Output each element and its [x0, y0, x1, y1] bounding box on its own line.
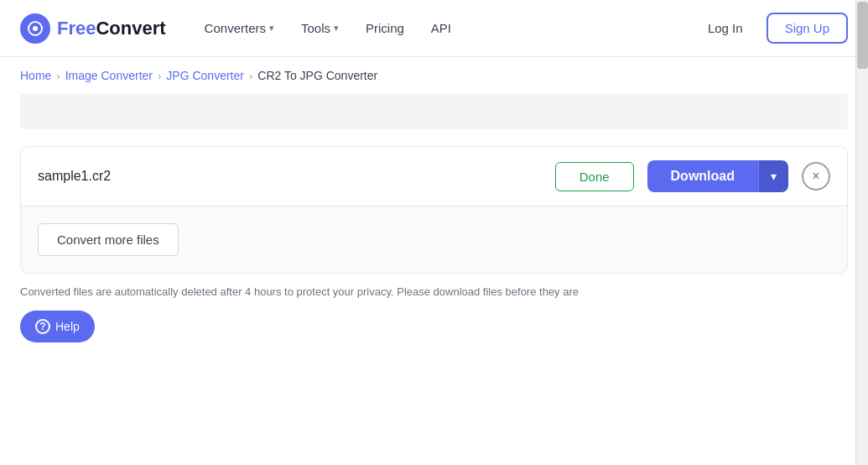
privacy-notice: Converted files are automatically delete… [20, 284, 848, 311]
download-group: Download ▾ [647, 160, 788, 192]
main-nav: Converters ▾ Tools ▾ Pricing API [193, 14, 694, 42]
svg-point-1 [33, 26, 38, 31]
breadcrumb-home[interactable]: Home [20, 69, 51, 82]
breadcrumb: Home › Image Converter › JPG Converter ›… [0, 57, 868, 94]
logo[interactable]: FreeConvert [20, 13, 166, 44]
breadcrumb-current: CR2 To JPG Converter [257, 69, 377, 82]
scrollbar[interactable] [855, 0, 868, 465]
nav-tools[interactable]: Tools ▾ [289, 14, 351, 42]
tools-chevron-icon: ▾ [334, 23, 339, 34]
file-row: sample1.cr2 Done Download ▾ × [21, 147, 847, 206]
done-button[interactable]: Done [555, 162, 634, 191]
convert-more-button[interactable]: Convert more files [38, 223, 179, 256]
logo-icon [20, 13, 50, 44]
breadcrumb-jpg-converter[interactable]: JPG Converter [166, 69, 244, 82]
download-chevron-icon: ▾ [771, 170, 777, 183]
scrollbar-thumb[interactable] [857, 2, 868, 69]
gray-banner [20, 94, 848, 129]
convert-more-row: Convert more files [21, 206, 847, 273]
nav-right: Log In Sign Up [694, 13, 848, 44]
help-label: Help [55, 320, 80, 333]
nav-converters[interactable]: Converters ▾ [193, 14, 286, 42]
close-button[interactable]: × [802, 162, 830, 191]
login-button[interactable]: Log In [694, 14, 756, 42]
breadcrumb-sep-1: › [56, 70, 60, 82]
help-button[interactable]: ? Help [20, 311, 95, 342]
logo-text: FreeConvert [57, 18, 166, 39]
download-arrow-button[interactable]: ▾ [758, 160, 788, 192]
breadcrumb-sep-3: › [249, 70, 252, 82]
signup-button[interactable]: Sign Up [767, 13, 848, 44]
download-button[interactable]: Download [647, 160, 758, 192]
converters-chevron-icon: ▾ [269, 23, 274, 34]
breadcrumb-sep-2: › [158, 70, 161, 82]
nav-api[interactable]: API [419, 14, 463, 42]
help-icon: ? [35, 319, 50, 334]
header: FreeConvert Converters ▾ Tools ▾ Pricing… [0, 0, 868, 57]
close-icon: × [812, 169, 819, 184]
main-content: sample1.cr2 Done Download ▾ × Convert mo… [0, 146, 868, 342]
nav-pricing[interactable]: Pricing [354, 14, 416, 42]
conversion-card: sample1.cr2 Done Download ▾ × Convert mo… [20, 146, 848, 274]
file-name: sample1.cr2 [38, 169, 542, 184]
breadcrumb-image-converter[interactable]: Image Converter [65, 69, 153, 82]
